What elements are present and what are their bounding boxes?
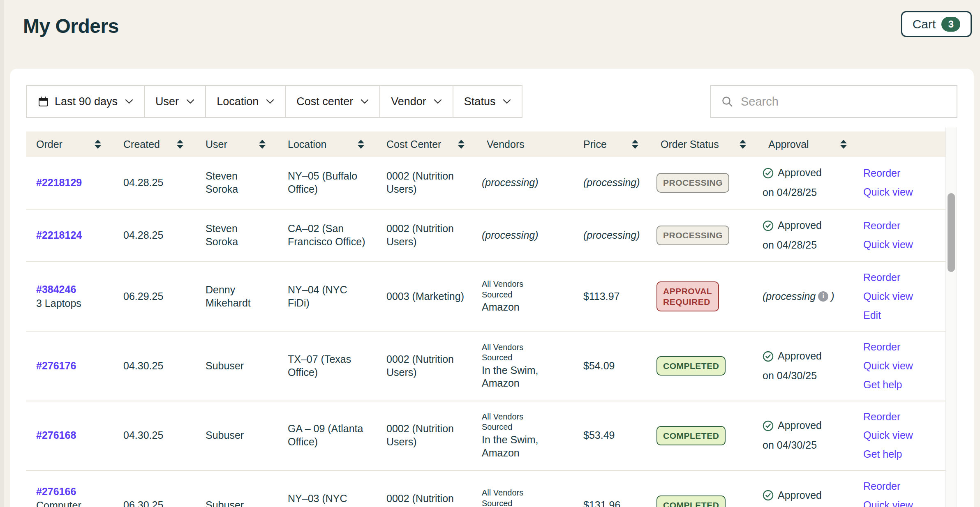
approval-status: Approved [763,350,851,363]
price-cell: $53.49 [573,420,651,451]
vendors-cell: (processing) [477,167,573,198]
order-link[interactable]: #276176 [36,360,76,373]
column-header-order[interactable]: Order [26,131,113,157]
approval-label: Approved [778,166,822,180]
row-actions: ReorderQuick viewGet help [859,401,947,470]
user-cell: Subuser [196,350,278,382]
column-header-cost-center[interactable]: Cost Center [377,131,477,157]
table-row: #276166 Computer stand 06.30.25 Subuser … [26,471,947,507]
filter-label: Location [217,95,259,108]
action-reorder[interactable]: Reorder [863,480,900,493]
info-icon[interactable]: i [818,291,828,302]
sort-icon[interactable] [177,140,183,149]
table-row: #2218124 04.28.25 Steven Soroka CA–02 (S… [26,210,947,262]
action-quick-view[interactable]: Quick view [863,499,913,507]
vendors-note: All Vendors Sourced [482,488,532,507]
filter-dropdown-location[interactable]: Location [205,85,286,118]
filter-dropdown-status[interactable]: Status [453,85,523,118]
table-scrollbar[interactable] [945,127,957,507]
chevron-down-icon [125,99,133,104]
filter-dropdown-last-90-days[interactable]: Last 90 days [26,85,145,118]
table-body: #2218129 04.28.25 Steven Soroka NY–05 (B… [26,157,947,507]
filter-label: Vendor [391,95,426,108]
cart-label: Cart [913,17,936,31]
created-cell: 04.28.25 [113,167,196,198]
action-quick-view[interactable]: Quick view [863,186,913,199]
column-header-created[interactable]: Created [113,131,196,157]
cost-center-cell: 0002 (Nutrition Users) [377,161,477,205]
search-icon [721,95,733,108]
location-cell: TX–07 (Texas Office) [278,344,377,388]
price-cell: $113.97 [573,281,651,312]
approval-cell: (processingi) [758,281,859,312]
sort-icon[interactable] [458,140,465,149]
column-header-vendors: Vendors [477,131,573,157]
sort-icon[interactable] [259,140,266,149]
order-cell: #2218124 [26,220,113,251]
approval-status: Approved [763,219,851,232]
vendors-names: Amazon [482,301,558,314]
action-quick-view[interactable]: Quick view [863,238,913,251]
action-reorder[interactable]: Reorder [863,167,900,180]
filter-dropdown-cost-center[interactable]: Cost center [285,85,380,118]
cost-center-cell: 0002 (Nutrition Users) [377,344,477,388]
cart-button[interactable]: Cart 3 [901,11,972,37]
sort-icon[interactable] [632,140,638,149]
cost-center-cell: 0003 (Marketing) [377,281,477,312]
column-header-order-status[interactable]: Order Status [651,131,758,157]
action-reorder[interactable]: Reorder [863,219,900,233]
action-reorder[interactable]: Reorder [863,410,900,424]
vendors-cell: All Vendors Sourced Amazon [477,479,573,507]
order-link[interactable]: #276166 [36,485,76,498]
action-get-help[interactable]: Get help [863,378,902,392]
vendors-cell: All Vendors Sourced In the Swim, Amazon [477,403,573,468]
approved-check-icon [763,168,774,179]
table-scrollbar-thumb[interactable] [948,193,955,272]
order-link[interactable]: #2218129 [36,176,82,189]
row-actions: ReorderQuick view [859,158,947,208]
location-cell: NY–04 (NYC FiDi) [278,274,377,319]
filter-dropdown-vendor[interactable]: Vendor [379,85,453,118]
column-header-location[interactable]: Location [278,131,377,157]
orders-table: Order Created User Location Cost Center [26,131,947,507]
action-reorder[interactable]: Reorder [863,341,900,354]
action-edit[interactable]: Edit [863,309,881,322]
vendors-note: All Vendors Sourced [482,412,532,433]
order-link[interactable]: #2218124 [36,229,82,242]
order-link[interactable]: #276168 [36,429,76,442]
approval-cell: Approvedon 04/30/25 [758,341,859,392]
location-cell: NY–03 (NYC HQ) [278,483,377,507]
column-header-price[interactable]: Price [573,131,651,157]
sort-icon[interactable] [95,140,101,149]
approved-check-icon [763,220,774,231]
cost-center-cell: 0002 (Nutrition Users) [377,213,477,258]
order-status-cell: COMPLETED [651,347,758,385]
action-quick-view[interactable]: Quick view [863,360,913,373]
search-input[interactable] [741,95,947,108]
chevron-down-icon [266,99,274,104]
filter-dropdown-user[interactable]: User [144,85,206,118]
action-quick-view[interactable]: Quick view [863,290,913,303]
approval-status: Approved [763,489,851,502]
sort-icon[interactable] [358,140,364,149]
chevron-down-icon [434,99,442,104]
user-cell: Subuser [196,420,278,451]
order-link[interactable]: #384246 [36,283,76,296]
price-cell: (processing) [573,167,651,198]
approved-check-icon [763,420,774,431]
column-header-user[interactable]: User [196,131,278,157]
order-cell: #384246 3 Laptops [26,274,113,319]
table-row: #384246 3 Laptops 06.29.25 Denny Mikehar… [26,262,947,332]
action-get-help[interactable]: Get help [863,448,902,461]
action-reorder[interactable]: Reorder [863,271,900,284]
action-quick-view[interactable]: Quick view [863,429,913,442]
row-actions: ReorderQuick viewGet help [859,471,947,507]
order-cell: #276166 Computer stand [26,476,113,507]
sort-icon[interactable] [840,140,847,149]
sort-icon[interactable] [740,140,746,149]
column-header-approval[interactable]: Approval [758,131,859,157]
column-header-label: Location [288,138,327,150]
approval-cell: Approvedon 06/30/25 [758,480,859,507]
user-cell: Steven Soroka [196,213,278,258]
approval-date: on 04/28/25 [763,239,851,252]
